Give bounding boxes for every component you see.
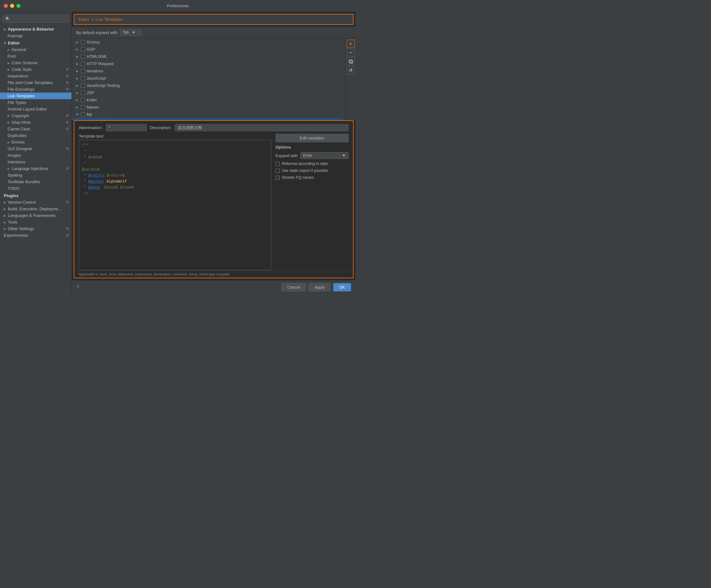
dropdown-arrow-icon: ▼ bbox=[132, 30, 136, 35]
sidebar-item-file-encodings[interactable]: File Encodings ⚙ bbox=[0, 86, 71, 92]
traffic-lights bbox=[4, 4, 20, 8]
sidebar-item-languages[interactable]: ▶ Languages & Frameworks bbox=[0, 212, 71, 219]
template-item-maven[interactable]: ▶ Maven bbox=[72, 104, 343, 111]
sidebar-item-file-types[interactable]: File Types bbox=[0, 99, 71, 106]
sidebar-item-intentions[interactable]: Intentions bbox=[0, 159, 71, 165]
template-item-javascript[interactable]: ▶ JavaScript bbox=[72, 74, 343, 82]
remove-button[interactable]: − bbox=[347, 48, 355, 57]
template-item-member-func[interactable]: * (成员函数注释) bbox=[72, 118, 343, 120]
checkbox-kotlin[interactable] bbox=[81, 98, 85, 102]
checkbox-iterations[interactable] bbox=[81, 69, 85, 73]
sidebar-item-inspections[interactable]: Inspections ⚙ bbox=[0, 73, 71, 79]
sidebar-item-android-layout[interactable]: Android Layout Editor bbox=[0, 106, 71, 112]
sidebar-item-experimental[interactable]: Experimental ⚙ bbox=[0, 232, 71, 239]
sidebar-item-gui-designer[interactable]: GUI Designer ⚙ bbox=[0, 146, 71, 152]
checkbox-shorten-fq-input[interactable] bbox=[276, 176, 280, 180]
template-item-label: HTML/XML bbox=[87, 54, 107, 59]
settings-icon: ⚙ bbox=[66, 81, 69, 85]
template-item-my[interactable]: ▶ My bbox=[72, 111, 343, 118]
template-item-http-request[interactable]: ▶ HTTP Request bbox=[72, 60, 343, 67]
right-panel: Editor > Live Templates By default expan… bbox=[72, 12, 356, 294]
triangle-icon: ▶ bbox=[76, 91, 79, 94]
sidebar-item-code-style[interactable]: ▶ Code Style ⚙ bbox=[0, 66, 71, 73]
checkbox-html-xml[interactable] bbox=[81, 55, 85, 59]
description-input[interactable] bbox=[175, 124, 349, 131]
template-text-label: Template text: bbox=[79, 134, 271, 138]
ok-button[interactable]: OK bbox=[333, 283, 351, 291]
checkbox-javascript[interactable] bbox=[81, 77, 85, 80]
sidebar-item-duplicates[interactable]: Duplicates bbox=[0, 132, 71, 139]
expand-with-select[interactable]: Enter ▼ bbox=[300, 152, 349, 159]
checkbox-http-request[interactable] bbox=[81, 62, 85, 66]
sidebar-item-label: Color Scheme bbox=[12, 61, 38, 65]
help-icon[interactable]: ? bbox=[76, 285, 79, 290]
sidebar-item-font[interactable]: Font bbox=[0, 53, 71, 60]
abbreviation-input[interactable] bbox=[106, 124, 147, 131]
sidebar-item-label: GUI Designer bbox=[7, 146, 33, 151]
checkbox-my[interactable] bbox=[81, 113, 85, 116]
sidebar-item-editor[interactable]: ▶ Editor bbox=[0, 40, 71, 46]
sidebar-item-inlay-hints[interactable]: ▶ Inlay Hints ⚙ bbox=[0, 119, 71, 126]
sidebar-item-appearance[interactable]: ▶ Appearance & Behavior bbox=[0, 26, 71, 32]
sidebar-item-tools[interactable]: ▶ Tools bbox=[0, 219, 71, 225]
expand-value: Tab bbox=[123, 30, 129, 35]
sidebar-item-spelling[interactable]: Spelling bbox=[0, 172, 71, 178]
template-item-js-testing[interactable]: ▶ JavaScript Testing bbox=[72, 82, 343, 89]
sidebar-item-label: File Types bbox=[7, 100, 26, 105]
template-item-groovy[interactable]: ▶ Groovy bbox=[72, 38, 343, 46]
checkbox-static-import: Use static import if possible bbox=[276, 168, 349, 173]
template-item-jsp[interactable]: ▶ JSP bbox=[72, 89, 343, 96]
sidebar-item-textmate[interactable]: TextMate Bundles bbox=[0, 178, 71, 185]
sidebar-item-label: Tools bbox=[8, 220, 17, 224]
minimize-button[interactable] bbox=[10, 4, 14, 8]
sidebar-item-language-injections[interactable]: ▶ Language Injections ⚙ bbox=[0, 165, 71, 172]
sidebar-item-other-settings[interactable]: ▶ Other Settings ⚙ bbox=[0, 225, 71, 232]
search-box[interactable]: 🔍 bbox=[2, 15, 69, 23]
checkbox-reformat-input[interactable] bbox=[276, 162, 280, 166]
expand-dropdown[interactable]: Tab ▼ bbox=[120, 29, 142, 36]
sidebar-item-label: Inspections bbox=[7, 74, 28, 79]
template-item-gsp[interactable]: ▶ GSP bbox=[72, 46, 343, 53]
triangle-icon: ▶ bbox=[76, 70, 79, 73]
sidebar-item-general[interactable]: ▶ General bbox=[0, 46, 71, 53]
sidebar-item-images[interactable]: Images bbox=[0, 152, 71, 159]
apply-button[interactable]: Apply bbox=[308, 283, 331, 291]
edit-variables-button[interactable]: Edit variables bbox=[276, 134, 349, 142]
sidebar-item-keymap[interactable]: Keymap bbox=[0, 32, 71, 39]
maximize-button[interactable] bbox=[16, 4, 20, 8]
checkbox-groovy[interactable] bbox=[81, 40, 85, 44]
reset-button[interactable]: ↺ bbox=[347, 66, 355, 74]
sidebar-item-todo[interactable]: TODO bbox=[0, 185, 71, 192]
sidebar-item-plugins[interactable]: Plugins bbox=[0, 192, 71, 199]
sidebar-item-file-code-templates[interactable]: File and Code Templates ⚙ bbox=[0, 79, 71, 86]
sidebar-item-build[interactable]: ▶ Build, Execution, Deployme... bbox=[0, 205, 71, 212]
sidebar-item-copyright[interactable]: ▶ Copyright ⚙ bbox=[0, 112, 71, 119]
add-button[interactable]: + bbox=[347, 40, 355, 48]
checkbox-static-import-input[interactable] bbox=[276, 169, 280, 173]
template-item-kotlin[interactable]: ▶ Kotlin bbox=[72, 96, 343, 104]
sidebar-item-label: File and Code Templates bbox=[7, 80, 53, 85]
checkbox-js-testing[interactable] bbox=[81, 84, 85, 88]
sidebar-item-color-scheme[interactable]: ▶ Color Scheme bbox=[0, 60, 71, 66]
cancel-button[interactable]: Cancel bbox=[281, 283, 306, 291]
template-item-iterations[interactable]: ▶ iterations bbox=[72, 67, 343, 74]
sidebar-item-camel-case[interactable]: Camel Case ⚙ bbox=[0, 126, 71, 132]
checkbox-gsp[interactable] bbox=[81, 47, 85, 51]
template-item-label: HTTP Request bbox=[87, 61, 114, 66]
close-button[interactable] bbox=[4, 4, 8, 8]
checkbox-maven[interactable] bbox=[81, 106, 85, 109]
triangle-icon: ▶ bbox=[76, 48, 79, 51]
template-item-html-xml[interactable]: ▶ HTML/XML bbox=[72, 53, 343, 60]
sidebar-item-live-templates[interactable]: Live Templates bbox=[0, 92, 71, 99]
search-input[interactable] bbox=[12, 17, 66, 21]
sidebar-item-label: Live Templates bbox=[7, 93, 35, 98]
template-list-scroll[interactable]: ▶ Groovy ▶ GSP ▶ HTML/XML bbox=[72, 38, 356, 120]
checkbox-shorten-fq: Shorten FQ names bbox=[276, 175, 349, 180]
sidebar-item-version-control[interactable]: ▶ Version Control ⚙ bbox=[0, 199, 71, 205]
sidebar-item-emmet[interactable]: ▶ Emmet bbox=[0, 139, 71, 146]
triangle-icon: ▶ bbox=[7, 61, 10, 65]
checkbox-jsp[interactable] bbox=[81, 91, 85, 95]
code-area[interactable]: /** * * $name$ * $params$ * @return $ret… bbox=[79, 140, 271, 270]
triangle-icon: ▶ bbox=[76, 84, 79, 87]
copy-button[interactable] bbox=[347, 57, 355, 65]
